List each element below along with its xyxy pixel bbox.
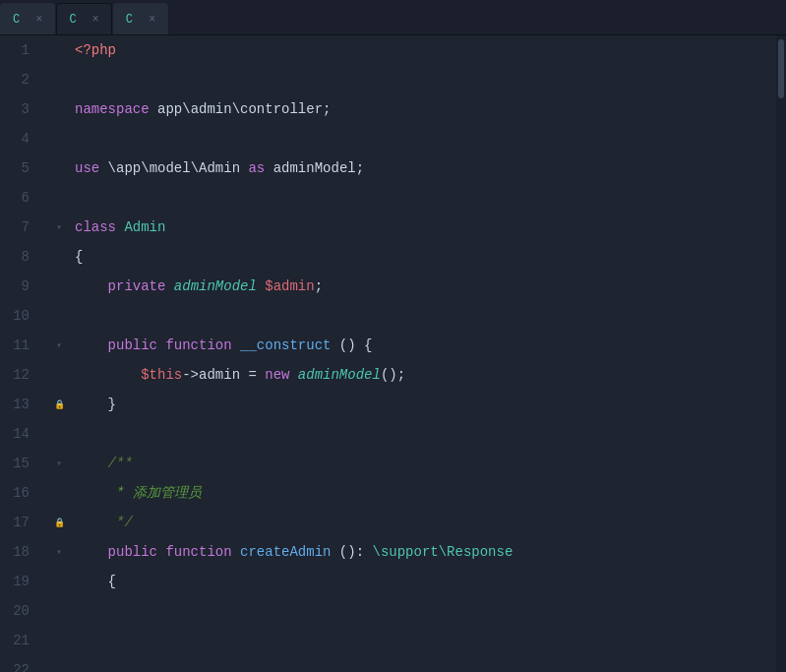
gutter-marker-15[interactable] (51, 449, 67, 478)
line-number-22: 22 (0, 655, 39, 672)
token: } (75, 390, 116, 419)
gutter-marker-14 (51, 419, 67, 449)
line-number-11: 11 (0, 331, 39, 360)
tab-icon-admin: C (69, 13, 76, 27)
gutter-marker-20 (51, 596, 67, 626)
token: adminModel; (265, 153, 364, 183)
gutter-marker-22 (51, 655, 67, 672)
gutter-marker-3 (51, 94, 67, 124)
gutter-marker-8 (51, 242, 67, 272)
line-number-5: 5 (0, 153, 39, 183)
scrollbar-thumb[interactable] (778, 39, 784, 98)
tab-login[interactable]: C × (113, 3, 168, 34)
gutter-marker-5 (51, 153, 67, 183)
token: ; (315, 272, 323, 301)
gutter-marker-19 (51, 567, 67, 596)
tab-admin[interactable]: C × (56, 3, 111, 34)
token: * 添加管理员 (75, 478, 202, 508)
gutter-marker-21 (51, 626, 67, 655)
token: adminModel (165, 272, 256, 301)
line-number-15: 15 (0, 449, 39, 478)
gutter-marker-2 (51, 65, 67, 94)
gutter-marker-11[interactable] (51, 331, 67, 360)
editor: 12345678910111213141516171819202122 <?ph… (0, 35, 786, 672)
token: \app\model\Admin (99, 153, 248, 183)
line-number-1: 1 (0, 35, 39, 65)
line-number-18: 18 (0, 537, 39, 567)
line-number-21: 21 (0, 626, 39, 655)
code-line-12: $this->admin = new adminModel(); (67, 360, 776, 390)
token: private (75, 272, 165, 301)
line-number-19: 19 (0, 567, 39, 596)
tab-index[interactable]: C × (0, 3, 55, 34)
token: function (157, 331, 232, 360)
token: use (75, 153, 99, 183)
line-number-3: 3 (0, 94, 39, 124)
code-line-13: } (67, 390, 776, 419)
gutter-marker-10 (51, 301, 67, 331)
line-numbers: 12345678910111213141516171819202122 (0, 35, 51, 672)
line-number-2: 2 (0, 65, 39, 94)
code-line-4 (67, 124, 776, 153)
line-number-10: 10 (0, 301, 39, 331)
line-number-9: 9 (0, 272, 39, 301)
code-line-7: class Admin (67, 213, 776, 242)
token: () { (331, 331, 372, 360)
line-number-7: 7 (0, 213, 39, 242)
code-line-9: private adminModel $admin; (67, 272, 776, 301)
code-line-1: <?php (67, 35, 776, 65)
code-line-5: use \app\model\Admin as adminModel; (67, 153, 776, 183)
scrollbar-track[interactable] (776, 35, 786, 672)
token: <?php (75, 35, 116, 65)
token: namespace (75, 94, 150, 124)
tab-bar: C × C × C × (0, 0, 786, 35)
gutter-marker-4 (51, 124, 67, 153)
code-line-15: /** (67, 449, 776, 478)
gutter-marker-17[interactable] (51, 508, 67, 537)
token: { (75, 567, 116, 596)
gutter-marker-1 (51, 35, 67, 65)
token: \support\Response (372, 537, 513, 567)
gutter-marker-18[interactable] (51, 537, 67, 567)
code-line-2 (67, 65, 776, 94)
token: (); (381, 360, 405, 390)
tab-icon-login: C (126, 13, 133, 27)
code-line-14 (67, 419, 776, 449)
line-number-4: 4 (0, 124, 39, 153)
token: { (75, 242, 83, 272)
code-line-16: * 添加管理员 (67, 478, 776, 508)
gutter-marker-13[interactable] (51, 390, 67, 419)
token: ->admin = (182, 360, 265, 390)
tab-close-admin[interactable]: × (92, 13, 99, 27)
line-number-17: 17 (0, 508, 39, 537)
gutter-marker-7[interactable] (51, 213, 67, 242)
tab-close-index[interactable]: × (35, 13, 42, 27)
token: /** (75, 449, 133, 478)
line-number-20: 20 (0, 596, 39, 626)
code-line-21 (67, 626, 776, 655)
line-number-8: 8 (0, 242, 39, 272)
token: app\admin\controller; (150, 94, 332, 124)
token: as (248, 153, 265, 183)
code-line-17: */ (67, 508, 776, 537)
code-line-22 (67, 655, 776, 672)
token: public (75, 537, 157, 567)
token: __construct (232, 331, 332, 360)
line-number-14: 14 (0, 419, 39, 449)
token: $this (75, 360, 182, 390)
token: class (75, 213, 116, 242)
token: function (157, 537, 232, 567)
code-line-8: { (67, 242, 776, 272)
line-number-13: 13 (0, 390, 39, 419)
code-line-11: public function __construct () { (67, 331, 776, 360)
token: new (265, 360, 289, 390)
token: */ (75, 508, 133, 537)
code-line-18: public function createAdmin (): \support… (67, 537, 776, 567)
line-number-6: 6 (0, 183, 39, 213)
code-line-20 (67, 596, 776, 626)
token: Admin (116, 213, 165, 242)
code-line-3: namespace app\admin\controller; (67, 94, 776, 124)
token: createAdmin (232, 537, 332, 567)
tab-close-login[interactable]: × (149, 13, 155, 27)
line-number-12: 12 (0, 360, 39, 390)
